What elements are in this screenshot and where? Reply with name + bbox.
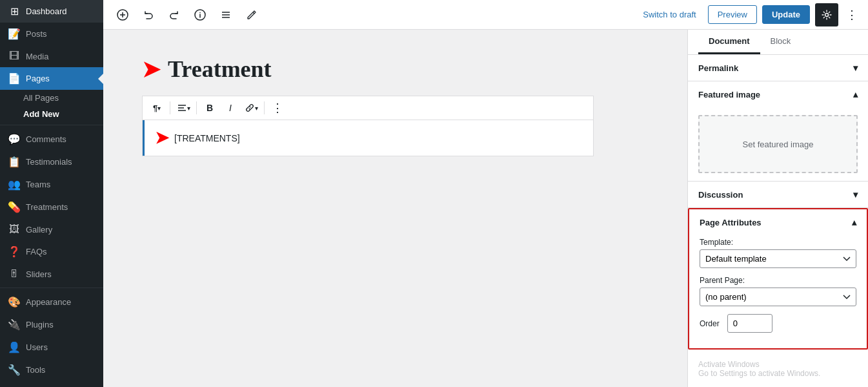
media-icon: 🎞 [8, 50, 21, 62]
page-attributes-body: Template: Default template Full Width Si… [689, 235, 867, 348]
italic-button[interactable]: I [221, 99, 239, 117]
page-attributes-section: Page Attributes ▴ Template: Default temp… [688, 208, 868, 350]
discussion-header[interactable]: Discussion ▾ [688, 182, 868, 207]
sidebar-item-treatments[interactable]: 💊 Treatments [0, 196, 103, 218]
page-attributes-title: Page Attributes [700, 218, 762, 227]
page-title[interactable]: Treatment [168, 56, 272, 83]
more-block-options-button[interactable]: ⋮ [268, 99, 287, 117]
gear-icon [821, 9, 833, 21]
block-content-area[interactable]: ➤ [TREATMENTS] [145, 120, 250, 156]
parent-page-select[interactable]: (no parent) Home About [700, 288, 856, 306]
separator-2 [196, 101, 197, 114]
sidebar-item-posts[interactable]: 📝 Posts [0, 23, 103, 45]
settings-button[interactable] [815, 3, 838, 26]
page-attributes-header[interactable]: Page Attributes ▴ [689, 209, 867, 235]
align-icon [177, 103, 187, 113]
redo-icon [168, 9, 180, 21]
set-featured-image-button[interactable]: Set featured image [698, 115, 858, 173]
edit-button[interactable] [240, 3, 263, 26]
info-icon [194, 9, 206, 21]
comments-icon: 💬 [8, 133, 21, 145]
sidebar-item-label: FAQs [26, 247, 47, 256]
more-block-icon: ⋮ [272, 101, 284, 115]
sidebar-item-label: Comments [26, 134, 66, 144]
block-editor: ¶ ▾ ▾ B [142, 96, 594, 156]
sidebar-item-label: Gallery [26, 225, 52, 235]
sidebar: ⊞ Dashboard 📝 Posts 🎞 Media 📄 Pages All … [0, 0, 103, 387]
template-group: Template: Default template Full Width Si… [700, 238, 856, 268]
sidebar-divider [0, 125, 103, 125]
link-button[interactable]: ▾ [242, 99, 260, 117]
more-options-button[interactable]: ⋮ [843, 5, 860, 25]
block-text: [TREATMENTS] [174, 133, 240, 143]
parent-page-group: Parent Page: (no parent) Home About [700, 276, 856, 306]
separator-3 [264, 101, 265, 114]
sidebar-item-gallery[interactable]: 🖼 Gallery [0, 218, 103, 240]
list-view-button[interactable] [214, 3, 237, 26]
page-title-area: ➤ Treatment [142, 56, 649, 83]
tab-block[interactable]: Block [760, 30, 802, 54]
separator-1 [170, 101, 170, 114]
dropdown-arrow: ▾ [157, 105, 161, 112]
sidebar-item-teams[interactable]: 👥 Teams [0, 173, 103, 196]
sidebar-item-label: Tools [26, 365, 45, 375]
tools-icon: 🔧 [8, 364, 21, 376]
gallery-icon: 🖼 [8, 224, 21, 235]
editor-area: ➤ Treatment ¶ ▾ [103, 30, 868, 387]
sidebar-subitem-add-new[interactable]: Add New [0, 106, 103, 122]
paragraph-type-button[interactable]: ¶ ▾ [148, 99, 166, 117]
sidebar-item-pages[interactable]: 📄 Pages [0, 67, 103, 90]
block-row: ➤ [TREATMENTS] [143, 120, 593, 156]
update-button[interactable]: Update [762, 5, 810, 24]
sidebar-item-label: Posts [26, 29, 47, 39]
sidebar-item-media[interactable]: 🎞 Media [0, 45, 103, 67]
sidebar-item-label: Sliders [26, 269, 52, 279]
set-featured-image-label: Set featured image [743, 140, 814, 149]
sidebar-item-sliders[interactable]: 🎚 Sliders [0, 263, 103, 285]
block-toolbar: ¶ ▾ ▾ B [143, 96, 593, 120]
featured-image-header[interactable]: Featured image ▴ [688, 81, 868, 107]
sidebar-item-appearance[interactable]: 🎨 Appearance [0, 291, 103, 313]
sidebar-subitem-all-pages[interactable]: All Pages [0, 90, 103, 106]
italic-icon: I [229, 103, 232, 113]
sidebar-item-faqs[interactable]: ❓ FAQs [0, 240, 103, 263]
sidebar-item-label: Teams [26, 180, 50, 189]
sliders-icon: 🎚 [8, 268, 21, 280]
template-select[interactable]: Default template Full Width Sidebar Left… [700, 249, 856, 268]
preview-button[interactable]: Preview [708, 5, 757, 24]
sidebar-item-comments[interactable]: 💬 Comments [0, 128, 103, 151]
info-button[interactable] [188, 3, 212, 26]
page-attributes-chevron: ▴ [852, 217, 856, 227]
edit-icon [246, 9, 257, 21]
svg-point-10 [825, 13, 829, 16]
permalink-title: Permalink [698, 63, 738, 73]
discussion-title: Discussion [698, 190, 743, 200]
bold-button[interactable]: B [201, 99, 219, 117]
sidebar-item-users[interactable]: 👤 Users [0, 336, 103, 359]
more-icon: ⋮ [846, 8, 858, 21]
treatments-icon: 💊 [8, 201, 21, 213]
featured-image-title: Featured image [698, 90, 760, 99]
sidebar-item-label: Treatments [26, 202, 68, 212]
svg-line-9 [253, 12, 254, 14]
permalink-header[interactable]: Permalink ▾ [688, 55, 868, 81]
order-input[interactable] [727, 314, 772, 333]
sidebar-item-testimonials[interactable]: 📋 Testimonials [0, 151, 103, 173]
undo-button[interactable] [137, 3, 160, 26]
top-toolbar: Switch to draft Preview Update ⋮ [103, 0, 868, 30]
svg-point-5 [199, 12, 201, 13]
dashboard-icon: ⊞ [8, 5, 21, 17]
sidebar-item-plugins[interactable]: 🔌 Plugins [0, 313, 103, 336]
panel-tabs: Document Block [698, 30, 858, 54]
permalink-chevron: ▾ [853, 63, 858, 73]
sidebar-item-dashboard[interactable]: ⊞ Dashboard [0, 0, 103, 23]
tab-document[interactable]: Document [698, 30, 760, 54]
add-block-button[interactable] [111, 3, 134, 26]
redo-button[interactable] [163, 3, 186, 26]
switch-to-draft-button[interactable]: Switch to draft [636, 6, 702, 23]
sidebar-item-tools[interactable]: 🔧 Tools [0, 359, 103, 381]
plugins-icon: 🔌 [8, 319, 21, 331]
align-button[interactable]: ▾ [174, 99, 192, 117]
main-area: Switch to draft Preview Update ⋮ [103, 0, 868, 387]
right-panel: Document Block Permalink ▾ Featured imag… [687, 30, 868, 387]
